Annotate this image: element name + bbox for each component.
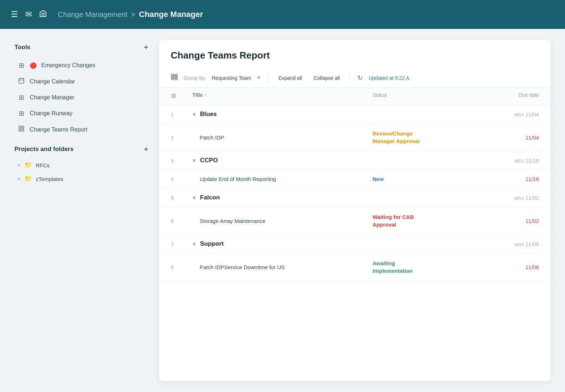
chevron-down-icon: ∨ xyxy=(192,195,196,200)
due-date-cell: 11/02 xyxy=(474,218,539,224)
breadcrumb-separator: > xyxy=(131,10,135,19)
chart-icon xyxy=(17,125,25,134)
chevron-down-icon: ∨ xyxy=(192,241,196,246)
due-date-cell: MAX11/04 xyxy=(474,111,539,117)
folder-icon-rfcs: 📁 xyxy=(24,161,32,169)
data-table: ⚙ Title ↑ Status Due date 1 ∨ Blues MAX1… xyxy=(159,88,551,281)
grid-icon-2: ⊞ xyxy=(17,94,25,102)
group-by-add-button[interactable]: + xyxy=(257,74,261,82)
mail-icon[interactable]: ✉ xyxy=(25,10,32,19)
topbar: ☰ ✉ Change Management > Change Manager xyxy=(0,0,565,29)
due-date-cell: 11/06 xyxy=(474,264,539,270)
main-layout: Tools + ⊞ 🔴 Emergency Changes Change Cal… xyxy=(0,29,565,392)
sort-arrow: ↑ xyxy=(204,92,207,98)
projects-label: Projects and folders xyxy=(14,146,73,153)
row-number: 7 xyxy=(171,241,192,247)
table-row[interactable]: 7 ∨ Support MAX11/06 xyxy=(159,234,551,254)
hamburger-icon[interactable]: ☰ xyxy=(11,10,18,19)
sidebar-item-change-teams-report[interactable]: Change Teams Report xyxy=(14,122,148,137)
due-date-cell: MAX11/02 xyxy=(474,195,539,201)
content-header: Change Teams Report xyxy=(159,40,551,68)
table-row[interactable]: 2 Patch IDP Review/ChangeManager Approva… xyxy=(159,124,551,151)
sidebar-item-emergency-changes[interactable]: ⊞ 🔴 Emergency Changes xyxy=(14,58,148,73)
collapse-all-button[interactable]: Collapse all xyxy=(311,74,343,82)
tools-label: Tools xyxy=(14,44,30,51)
chevron-down-icon: ∨ xyxy=(192,158,196,163)
toolbar: Group by: Requesting Team + Expand all C… xyxy=(159,68,551,88)
grid-icon-3: ⊞ xyxy=(17,109,25,117)
tools-add-button[interactable]: + xyxy=(144,43,148,51)
chevron-icon: ∨ xyxy=(17,163,21,168)
svg-rect-8 xyxy=(171,74,178,76)
row-number: 2 xyxy=(171,134,192,141)
sidebar-item-label: Emergency Changes xyxy=(41,62,95,69)
settings-col-header: ⚙ xyxy=(171,92,192,100)
group-by-value[interactable]: Requesting Team xyxy=(212,75,251,81)
breadcrumb-current: Change Manager xyxy=(139,10,203,19)
svg-rect-10 xyxy=(171,78,178,79)
status-badge: New xyxy=(373,176,474,182)
due-date-cell: 11/18 xyxy=(474,176,539,182)
sidebar-item-change-runway[interactable]: ⊞ Change Runway xyxy=(14,106,148,121)
row-number: 6 xyxy=(171,218,192,224)
svg-rect-0 xyxy=(19,78,24,83)
status-badge: Review/ChangeManager Approval xyxy=(373,130,474,145)
table-row[interactable]: 6 Storage Array Maintenance Waiting for … xyxy=(159,207,551,234)
chevron-icon-2: ∨ xyxy=(17,176,21,181)
due-date-col-header: Due date xyxy=(474,92,539,100)
svg-rect-7 xyxy=(22,129,24,131)
sidebar-item-label: Change Teams Report xyxy=(30,126,88,133)
toolbar-divider-1 xyxy=(268,74,268,82)
table-row[interactable]: 3 ∨ CCPO MAX11/18 xyxy=(159,151,551,170)
breadcrumb: Change Management > Change Manager xyxy=(58,10,203,19)
title-col-header[interactable]: Title ↑ xyxy=(192,92,373,100)
group-by-icon xyxy=(171,73,178,82)
row-number: 3 xyxy=(171,158,192,164)
group-by-label: Group by: xyxy=(184,75,206,81)
updated-text: Updated at 9:22 A xyxy=(369,75,409,81)
table-row[interactable]: 4 Update End of Month Reporting New 11/1… xyxy=(159,170,551,188)
sidebar-item-label: Change Manager xyxy=(30,94,75,101)
table-row[interactable]: 1 ∨ Blues MAX11/04 xyxy=(159,105,551,124)
home-icon[interactable] xyxy=(39,9,47,20)
folder-rfcs[interactable]: ∨ 📁 RFCs xyxy=(14,158,148,172)
content-area: Change Teams Report Group by: Requesting… xyxy=(159,40,551,381)
expand-all-button[interactable]: Expand all xyxy=(276,74,305,82)
tools-section-header: Tools + xyxy=(14,43,148,51)
projects-section-header: Projects and folders + xyxy=(14,145,148,153)
sidebar-item-change-manager[interactable]: ⊞ Change Manager xyxy=(14,90,148,105)
table-row[interactable]: 8 Patch IDPService Downtime for US Await… xyxy=(159,254,551,281)
group-title: ∨ Blues xyxy=(192,111,373,118)
settings-icon[interactable]: ⚙ xyxy=(171,92,177,100)
table-row[interactable]: 5 ∨ Falcon MAX11/02 xyxy=(159,188,551,207)
status-col-header: Status xyxy=(373,92,474,100)
row-title: Storage Array Maintenance xyxy=(192,218,373,224)
group-title: ∨ CCPO xyxy=(192,157,373,164)
row-title: Patch IDPService Downtime for US xyxy=(192,264,373,270)
row-number: 5 xyxy=(171,195,192,201)
refresh-icon[interactable]: ↻ xyxy=(357,74,363,82)
folder-label: RFCs xyxy=(36,162,50,168)
group-title: ∨ Falcon xyxy=(192,194,373,201)
due-date-cell: MAX11/18 xyxy=(474,158,539,164)
sidebar-item-label: Change Runway xyxy=(30,110,72,117)
calendar-icon xyxy=(17,77,25,86)
breadcrumb-parent[interactable]: Change Management xyxy=(58,10,127,19)
page-title: Change Teams Report xyxy=(171,50,539,61)
row-title: Update End of Month Reporting xyxy=(192,176,373,182)
due-date-cell: 11/04 xyxy=(474,134,539,141)
sidebar: Tools + ⊞ 🔴 Emergency Changes Change Cal… xyxy=(14,40,148,381)
folder-ztemplates[interactable]: ∨ 📁 zTemplates xyxy=(14,172,148,186)
chevron-down-icon: ∨ xyxy=(192,112,196,117)
svg-rect-4 xyxy=(19,126,21,128)
group-title: ∨ Support xyxy=(192,240,373,247)
projects-add-button[interactable]: + xyxy=(144,145,148,153)
row-title: Patch IDP xyxy=(192,134,373,141)
sidebar-item-change-calendar[interactable]: Change Calendar xyxy=(14,74,148,89)
row-number: 8 xyxy=(171,264,192,270)
row-number: 4 xyxy=(171,176,192,182)
table-header: ⚙ Title ↑ Status Due date xyxy=(159,88,551,105)
row-number: 1 xyxy=(171,111,192,117)
svg-rect-5 xyxy=(22,126,24,128)
status-badge: AwaitingImplementation xyxy=(373,259,474,275)
